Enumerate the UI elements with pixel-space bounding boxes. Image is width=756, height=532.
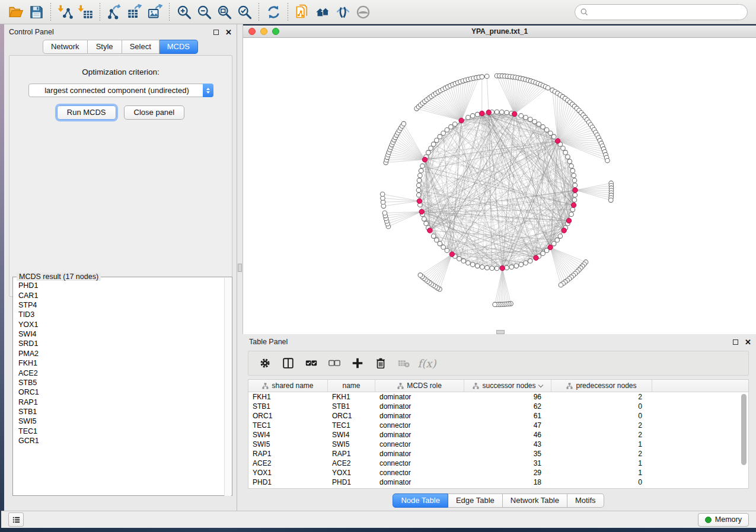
graph-node[interactable] <box>555 238 560 242</box>
network-canvas[interactable] <box>243 38 756 334</box>
criterion-select[interactable]: largest connected component (undirected) <box>28 84 213 97</box>
graph-node[interactable] <box>434 238 439 242</box>
graph-hub-node[interactable] <box>571 203 576 207</box>
graph-node[interactable] <box>475 112 480 117</box>
graph-hub-node[interactable] <box>419 209 424 214</box>
graph-node[interactable] <box>573 193 578 197</box>
open-file-icon[interactable] <box>6 2 26 21</box>
network-graph[interactable] <box>243 38 756 334</box>
graph-node[interactable] <box>457 257 462 261</box>
cell-predecessor-nodes[interactable]: 0 <box>551 411 652 421</box>
graph-node[interactable] <box>445 127 449 132</box>
graph-node[interactable] <box>570 168 575 173</box>
column-header-name[interactable]: name <box>328 380 375 392</box>
table-row[interactable]: PHD1 PHD1 dominator 18 0 <box>248 477 748 487</box>
refresh-layout-icon[interactable] <box>263 2 283 21</box>
graph-hub-node[interactable] <box>480 111 484 116</box>
cell-name[interactable]: ORC1 <box>328 411 375 421</box>
graph-node[interactable] <box>519 262 524 267</box>
table-row[interactable]: SWI5 SWI5 connector 43 1 <box>248 440 748 449</box>
graph-node[interactable] <box>569 212 574 217</box>
mcds-result-item[interactable]: STB5 <box>14 378 224 387</box>
graph-node[interactable] <box>382 211 387 216</box>
table-row[interactable]: YOX1 YOX1 connector 29 1 <box>248 468 748 477</box>
export-table-icon[interactable] <box>125 2 145 21</box>
graph-node[interactable] <box>558 234 563 239</box>
tab-network[interactable]: Network <box>43 40 88 54</box>
close-table-panel-icon[interactable]: ✕ <box>745 339 751 345</box>
graph-node[interactable] <box>426 150 431 155</box>
cell-shared-name[interactable]: YOX1 <box>248 468 328 477</box>
cell-mcds-role[interactable]: connector <box>375 421 464 430</box>
network-window-titlebar[interactable]: YPA_prune.txt_1 <box>243 25 756 38</box>
cell-predecessor-nodes[interactable]: 1 <box>551 459 652 468</box>
mcds-result-item[interactable]: TEC1 <box>14 427 224 436</box>
graph-node[interactable] <box>572 173 576 178</box>
cell-shared-name[interactable]: STB1 <box>248 402 328 411</box>
mcds-result-item[interactable]: TID3 <box>14 310 224 319</box>
graph-node[interactable] <box>466 115 471 120</box>
cell-mcds-role[interactable]: connector <box>375 440 464 449</box>
graph-node[interactable] <box>561 146 566 150</box>
save-session-icon[interactable] <box>26 2 46 21</box>
graph-node[interactable] <box>528 259 532 264</box>
graph-node[interactable] <box>480 75 484 79</box>
mcds-result-item[interactable]: RAP1 <box>14 398 224 407</box>
cell-name[interactable]: ACE2 <box>328 459 375 468</box>
network-home-icon[interactable] <box>312 2 333 21</box>
close-panel-icon[interactable]: ✕ <box>225 30 232 35</box>
graph-hub-node[interactable] <box>512 111 516 116</box>
graph-node[interactable] <box>532 120 537 124</box>
graph-node[interactable] <box>422 217 426 222</box>
cell-successor-nodes[interactable]: 62 <box>464 402 551 411</box>
graph-hub-node[interactable] <box>428 228 432 233</box>
cell-successor-nodes[interactable]: 29 <box>464 468 551 477</box>
table-row[interactable]: STB1 STB1 dominator 62 0 <box>248 402 748 411</box>
graph-node[interactable] <box>431 234 436 239</box>
graph-node[interactable] <box>484 74 489 79</box>
graph-node[interactable] <box>461 259 466 264</box>
mcds-result-list[interactable]: PHD1CAR1STP4TID3YOX1SWI4SRD1PMA2FKH1ACE2… <box>14 281 224 493</box>
graph-node[interactable] <box>570 207 575 212</box>
cell-mcds-role[interactable]: dominator <box>375 430 464 440</box>
graph-node[interactable] <box>509 265 514 270</box>
mcds-result-item[interactable]: SWI5 <box>14 416 224 426</box>
cell-name[interactable]: PHD1 <box>328 477 375 487</box>
graph-node[interactable] <box>569 164 574 168</box>
cell-successor-nodes[interactable]: 35 <box>464 449 551 459</box>
graph-node[interactable] <box>490 266 495 271</box>
graph-node[interactable] <box>485 265 490 270</box>
zoom-out-icon[interactable] <box>194 2 214 21</box>
mcds-result-item[interactable]: ORC1 <box>14 387 224 397</box>
cell-shared-name[interactable]: SWI5 <box>248 440 328 449</box>
graph-node[interactable] <box>441 245 446 249</box>
zoom-fit-icon[interactable] <box>214 2 234 21</box>
tab-network-table[interactable]: Network Table <box>503 493 567 508</box>
graph-node[interactable] <box>524 115 528 120</box>
tab-style[interactable]: Style <box>88 40 122 54</box>
cell-successor-nodes[interactable]: 31 <box>464 459 551 468</box>
tab-node-table[interactable]: Node Table <box>393 493 448 508</box>
graph-node[interactable] <box>416 183 421 188</box>
float-panel-icon[interactable] <box>213 30 219 35</box>
cell-successor-nodes[interactable]: 47 <box>464 421 551 430</box>
memory-button[interactable]: Memory <box>698 513 749 527</box>
settings-icon[interactable] <box>257 355 273 371</box>
graph-node[interactable] <box>418 273 423 278</box>
graph-node[interactable] <box>514 264 519 268</box>
cell-name[interactable]: SWI5 <box>328 440 375 449</box>
graph-hub-node[interactable] <box>417 198 422 203</box>
cell-successor-nodes[interactable]: 43 <box>464 440 551 449</box>
graph-node[interactable] <box>438 134 442 139</box>
mcds-result-item[interactable]: GCR1 <box>14 436 224 446</box>
zoom-in-icon[interactable] <box>174 2 194 21</box>
table-scrollbar[interactable] <box>741 394 747 488</box>
mcds-result-item[interactable]: SRD1 <box>14 339 224 348</box>
graph-node[interactable] <box>499 110 504 114</box>
graph-node[interactable] <box>470 262 475 267</box>
cell-shared-name[interactable]: SWI4 <box>248 430 328 440</box>
graph-node[interactable] <box>572 198 577 203</box>
graph-node[interactable] <box>528 117 532 122</box>
graph-node[interactable] <box>470 114 475 118</box>
cell-shared-name[interactable]: ORC1 <box>248 411 328 421</box>
